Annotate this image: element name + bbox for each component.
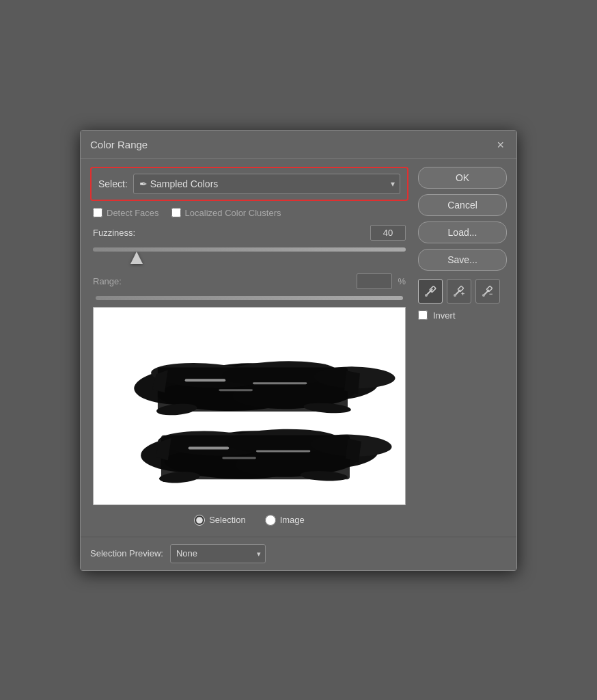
fuzziness-slider-container <box>90 247 408 267</box>
svg-text:−: − <box>489 291 492 297</box>
range-label: Range: <box>93 276 351 286</box>
eyedropper-add-button[interactable]: + <box>447 279 471 304</box>
range-row: Range: % <box>90 273 408 289</box>
svg-marker-11 <box>344 371 360 394</box>
range-slider-track <box>96 296 403 300</box>
range-input[interactable] <box>357 273 392 289</box>
svg-rect-30 <box>189 446 230 449</box>
title-bar: Color Range × <box>81 131 516 159</box>
eyedropper-icon <box>424 285 436 297</box>
fuzziness-row: Fuzziness: 40 <box>90 225 408 241</box>
sampled-colors-select[interactable]: ✒ Sampled Colors Reds Yellows Greens Cya… <box>133 174 400 194</box>
eyedropper-sample-button[interactable] <box>418 279 443 304</box>
bottom-bar: Selection Preview: None Grayscale Black … <box>81 537 516 570</box>
left-panel: Select: ✒ Sampled Colors Reds Yellows Gr… <box>90 167 408 528</box>
svg-rect-34 <box>430 286 436 292</box>
svg-point-42 <box>482 294 485 297</box>
svg-point-38 <box>454 294 456 297</box>
localized-color-clusters-checkbox[interactable] <box>171 208 181 217</box>
color-range-dialog: Color Range × Select: ✒ Sampled Colors R… <box>80 130 517 571</box>
selection-preview-select[interactable]: None Grayscale Black Matte White Matte Q… <box>170 544 266 563</box>
image-radio[interactable] <box>265 515 276 526</box>
invert-label: Invert <box>433 310 456 321</box>
preview-svg <box>94 308 405 504</box>
cancel-button[interactable]: Cancel <box>418 194 507 216</box>
dialog-body: Select: ✒ Sampled Colors Reds Yellows Gr… <box>81 159 516 537</box>
fuzziness-label: Fuzziness: <box>93 228 365 238</box>
svg-rect-14 <box>185 379 226 381</box>
svg-marker-27 <box>346 438 361 462</box>
image-radio-text: Image <box>280 515 305 525</box>
eyedropper-add-icon: + <box>453 285 465 297</box>
detect-faces-checkbox[interactable] <box>93 208 102 217</box>
selection-preview-label: Selection Preview: <box>90 548 163 558</box>
fuzziness-slider-thumb[interactable] <box>130 252 143 264</box>
selection-radio-text: Selection <box>209 515 245 525</box>
fuzziness-slider-thumb-area <box>93 252 406 267</box>
localized-color-clusters-text: Localized Color Clusters <box>185 208 281 218</box>
detect-faces-text: Detect Faces <box>107 208 159 218</box>
eyedropper-row: + − <box>418 279 507 304</box>
selection-radio[interactable] <box>194 515 205 526</box>
svg-rect-32 <box>222 457 256 459</box>
checks-row: Detect Faces Localized Color Clusters <box>90 208 408 218</box>
detect-faces-label[interactable]: Detect Faces <box>93 208 159 218</box>
fuzziness-input[interactable]: 40 <box>370 225 406 241</box>
svg-point-35 <box>425 294 428 297</box>
invert-checkbox[interactable] <box>418 310 428 320</box>
ok-button[interactable]: OK <box>418 167 507 189</box>
load-button[interactable]: Load... <box>418 221 507 243</box>
invert-row: Invert <box>418 310 507 321</box>
range-slider-container <box>90 296 408 300</box>
svg-rect-31 <box>256 450 310 452</box>
right-panel: OK Cancel Load... Save... <box>418 167 507 528</box>
select-wrapper: ✒ Sampled Colors Reds Yellows Greens Cya… <box>133 174 400 194</box>
select-row: Select: ✒ Sampled Colors Reds Yellows Gr… <box>90 167 408 201</box>
close-button[interactable]: × <box>494 137 507 152</box>
preview-canvas <box>93 307 406 505</box>
svg-rect-15 <box>253 382 307 384</box>
localized-color-clusters-label[interactable]: Localized Color Clusters <box>171 208 281 218</box>
svg-rect-16 <box>219 389 253 391</box>
range-pct: % <box>398 276 406 286</box>
selection-radio-label[interactable]: Selection <box>194 515 245 526</box>
save-button[interactable]: Save... <box>418 249 507 271</box>
selection-preview-select-wrapper: None Grayscale Black Matte White Matte Q… <box>170 544 266 563</box>
eyedropper-subtract-icon: − <box>482 285 494 297</box>
image-radio-label[interactable]: Image <box>265 515 305 526</box>
select-label: Select: <box>98 178 128 189</box>
svg-text:+: + <box>461 291 464 297</box>
dialog-title: Color Range <box>90 139 148 150</box>
radio-row: Selection Image <box>90 512 408 528</box>
eyedropper-subtract-button[interactable]: − <box>475 279 500 304</box>
